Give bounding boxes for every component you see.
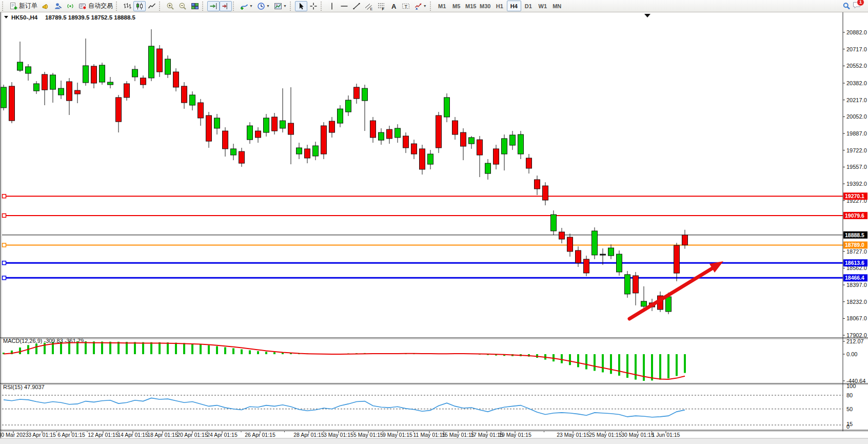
- new-order-button[interactable]: 新订单: [7, 1, 40, 11]
- vertical-line-tool-button[interactable]: [326, 1, 338, 11]
- candle-body: [387, 129, 392, 139]
- date-tick-label: 14 Apr 01:15: [117, 432, 148, 438]
- bar-chart-mode-button[interactable]: [121, 1, 133, 11]
- date-tick-label: 12 Apr 01:15: [88, 432, 119, 438]
- market-horn-button[interactable]: [40, 1, 52, 11]
- trend-line-handle[interactable]: [3, 195, 6, 198]
- template-icon: [274, 2, 282, 10]
- chart-area[interactable]: MACD(12,26,9) -309.83 -361.79212.070.00-…: [0, 0, 868, 444]
- candle-body: [50, 75, 56, 89]
- timeframe-d1-button[interactable]: D1: [521, 1, 536, 11]
- rsi-label: RSI(15) 47.9037: [3, 384, 45, 390]
- zoom-out-button[interactable]: [176, 1, 189, 11]
- trend-line-handle[interactable]: [3, 243, 6, 247]
- candle-body: [502, 139, 507, 154]
- candle-body: [9, 86, 15, 121]
- periods-button[interactable]: ▼: [255, 1, 272, 11]
- horizontal-line-tool-button[interactable]: [338, 1, 350, 11]
- timeframe-m15-button[interactable]: M15: [464, 1, 478, 11]
- text-tool-button[interactable]: A: [387, 1, 400, 11]
- cursor-tool-button[interactable]: [295, 1, 307, 11]
- candle-body: [231, 149, 236, 155]
- timeframe-m1-button[interactable]: M1: [435, 1, 449, 11]
- candle-body: [379, 132, 384, 140]
- rsi-axis-label: 80: [846, 392, 853, 398]
- trendline-tool-button[interactable]: [350, 1, 363, 11]
- timeframe-h4-button[interactable]: H4: [507, 1, 521, 11]
- market-profile-button[interactable]: [52, 1, 64, 11]
- zoomout-icon: [179, 2, 187, 10]
- window-left-edge: [0, 12, 1, 444]
- date-tick-label: 5 May 01:15: [353, 432, 383, 438]
- timeframe-m5-button[interactable]: M5: [449, 1, 464, 11]
- clock-icon: [257, 2, 265, 10]
- toolbar-grip[interactable]: [290, 2, 293, 11]
- candle-body: [526, 158, 532, 168]
- toolbar-grip[interactable]: [2, 2, 5, 11]
- search-button[interactable]: [840, 1, 853, 11]
- trend-line-handle[interactable]: [3, 276, 6, 280]
- candle-body: [625, 275, 630, 294]
- linechart-icon: [148, 2, 156, 10]
- candle-body: [584, 259, 589, 273]
- channel-tool-button[interactable]: E: [363, 1, 375, 11]
- date-tick-label: 11 May 01:15: [413, 432, 446, 438]
- candle-body: [157, 49, 163, 72]
- date-tick-label: 30 Mar 2023: [0, 432, 29, 438]
- candle-body: [444, 98, 450, 117]
- candle-body: [247, 126, 253, 140]
- date-tick-label: 3 May 01:15: [324, 432, 353, 438]
- timeframe-h1-button[interactable]: H1: [492, 1, 507, 11]
- templates-button[interactable]: ▼: [272, 1, 289, 11]
- date-axis[interactable]: 30 Mar 20233 Apr 01:156 Apr 01:1512 Apr …: [0, 431, 680, 438]
- candle-body: [518, 134, 524, 154]
- toolbar-grip[interactable]: [159, 2, 162, 11]
- cursor-icon: [297, 2, 305, 10]
- toolbar-grip[interactable]: [116, 2, 119, 11]
- indicators-button[interactable]: ▼: [238, 1, 255, 11]
- toolbar-grip[interactable]: [321, 2, 324, 11]
- tile-icon: [191, 2, 199, 10]
- line-chart-mode-button[interactable]: [146, 1, 158, 11]
- candle-chart-mode-button[interactable]: [133, 1, 146, 11]
- symbol-title[interactable]: HK50-,H418789.5 18939.5 18752.5 18888.5: [4, 14, 135, 21]
- candle-body: [198, 103, 204, 118]
- crosshair-tool-button[interactable]: [307, 1, 320, 11]
- date-tick-label: 23 May 01:15: [557, 432, 589, 438]
- notification-badge: 1: [857, 0, 864, 6]
- tile-windows-button[interactable]: [189, 1, 201, 11]
- trend-line-handle[interactable]: [3, 214, 6, 217]
- fibonacci-tool-button[interactable]: F: [375, 1, 387, 11]
- toolbar-grip[interactable]: [430, 2, 433, 11]
- notifications-button[interactable]: 1: [853, 1, 861, 11]
- zoom-in-button[interactable]: [164, 1, 176, 11]
- candle-body: [494, 149, 499, 164]
- candle-body: [395, 128, 401, 138]
- price-badge-label: 18888.5: [845, 232, 864, 238]
- price-tick-label: 19392.0: [846, 181, 867, 187]
- trend-line-handle[interactable]: [3, 261, 6, 265]
- timeframe-w1-button[interactable]: W1: [536, 1, 550, 11]
- svg-text:A: A: [391, 3, 397, 10]
- candle-body: [223, 131, 228, 149]
- candle-body: [354, 87, 360, 99]
- toolbar-grip[interactable]: [202, 2, 205, 11]
- candle-body: [576, 250, 581, 263]
- signals-button[interactable]: [64, 1, 76, 11]
- timeframe-m30-button[interactable]: M30: [478, 1, 492, 11]
- candle-body: [34, 84, 40, 91]
- label-tool-button[interactable]: T: [400, 1, 412, 11]
- signal-icon: [66, 2, 74, 10]
- candle-body: [190, 95, 195, 105]
- autotrading-button[interactable]: 自动交易: [76, 1, 115, 11]
- arrows-tool-button[interactable]: ▼: [412, 1, 429, 11]
- vline-icon: [328, 2, 336, 10]
- candle-body: [280, 121, 286, 128]
- indicators-icon: [240, 2, 248, 10]
- timeframe-mn-button[interactable]: MN: [550, 1, 564, 11]
- auto-scroll-button[interactable]: [207, 1, 220, 11]
- chart-shift-button[interactable]: [220, 1, 232, 11]
- date-tick-label: 9 May 01:15: [383, 432, 412, 438]
- symbol-ohlc-label: 18789.5 18939.5 18752.5 18888.5: [45, 14, 135, 21]
- toolbar-grip[interactable]: [233, 2, 236, 11]
